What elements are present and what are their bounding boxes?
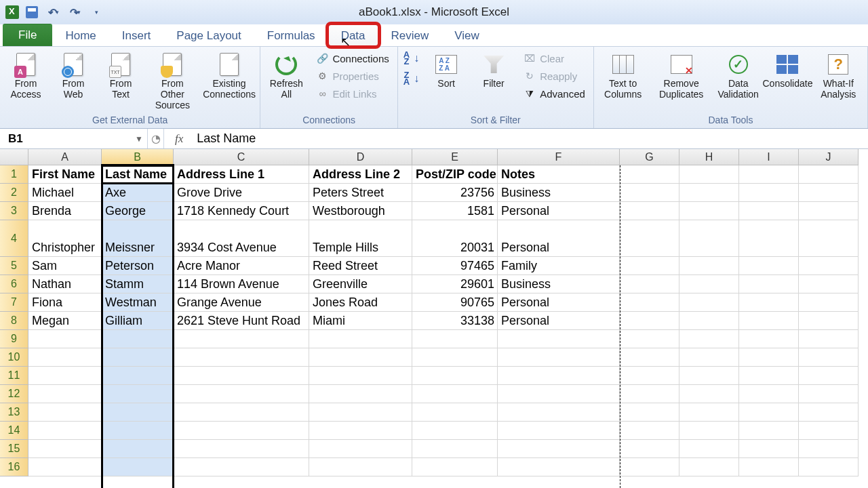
cell[interactable] (739, 422, 799, 440)
from-other-sources-button[interactable]: From Other Sources (146, 49, 199, 113)
cell[interactable] (620, 275, 679, 293)
cell[interactable] (102, 330, 174, 348)
cell[interactable]: Nathan (28, 275, 102, 293)
col-header-E[interactable]: E (412, 149, 498, 165)
cell[interactable] (739, 330, 799, 348)
cell[interactable] (799, 257, 859, 275)
cell[interactable] (739, 275, 799, 293)
row-header[interactable]: 13 (0, 403, 28, 422)
cell[interactable] (309, 385, 412, 403)
cell[interactable] (679, 330, 739, 348)
cell[interactable]: Brenda (28, 202, 102, 220)
tab-page-layout[interactable]: Page Layout (163, 24, 254, 46)
cell[interactable] (498, 458, 620, 476)
row-header[interactable]: 5 (0, 257, 28, 275)
cell[interactable] (412, 385, 498, 403)
row-header[interactable]: 14 (0, 422, 28, 440)
cell[interactable]: 114 Brown Avenue (174, 275, 309, 293)
cell[interactable] (102, 385, 174, 403)
cell[interactable] (679, 385, 739, 403)
refresh-all-button[interactable]: Refresh All (264, 49, 308, 102)
cell[interactable] (174, 458, 309, 476)
cell[interactable] (102, 367, 174, 385)
cell[interactable] (739, 458, 799, 476)
cell[interactable]: Temple Hills (309, 220, 412, 257)
col-header-H[interactable]: H (679, 149, 739, 165)
consolidate-button[interactable]: Consolidate (766, 49, 809, 92)
cell[interactable]: 3934 Cost Avenue (174, 220, 309, 257)
sort-asc-button[interactable]: AZ↓ (402, 49, 420, 67)
properties-button[interactable]: ⚙Properties (312, 67, 393, 85)
cell[interactable]: Miami (309, 312, 412, 330)
cell[interactable] (620, 312, 679, 330)
cell[interactable]: Christopher (28, 220, 102, 257)
cell[interactable] (412, 403, 498, 422)
cell[interactable] (739, 293, 799, 312)
cell[interactable]: Personal (498, 293, 620, 312)
tab-view[interactable]: View (441, 24, 492, 46)
cell[interactable] (412, 348, 498, 367)
formula-expand[interactable]: ◔ (148, 129, 164, 148)
cell[interactable] (799, 367, 859, 385)
col-header-B[interactable]: B (102, 149, 174, 165)
cell[interactable] (102, 403, 174, 422)
select-all-corner[interactable] (0, 149, 28, 165)
row-header[interactable]: 3 (0, 202, 28, 220)
cell[interactable]: Peters Street (309, 184, 412, 202)
cell[interactable] (28, 422, 102, 440)
cell[interactable] (28, 348, 102, 367)
col-header-F[interactable]: F (498, 149, 620, 165)
cell[interactable] (102, 348, 174, 367)
tab-data[interactable]: Data ↖ (328, 24, 378, 46)
cell[interactable] (679, 367, 739, 385)
cell[interactable]: 23756 (412, 184, 498, 202)
cell[interactable] (309, 422, 412, 440)
cell[interactable] (679, 202, 739, 220)
row-header[interactable]: 16 (0, 458, 28, 476)
cell[interactable] (309, 348, 412, 367)
cell[interactable] (739, 367, 799, 385)
cell[interactable] (679, 403, 739, 422)
cell[interactable]: Business (498, 184, 620, 202)
cell[interactable] (739, 385, 799, 403)
tab-review[interactable]: Review (378, 24, 442, 46)
cell[interactable] (102, 458, 174, 476)
cell[interactable] (620, 422, 679, 440)
advanced-button[interactable]: ⧩Advanced (519, 85, 589, 102)
cell[interactable] (620, 367, 679, 385)
cell[interactable] (102, 440, 174, 458)
cell[interactable] (412, 440, 498, 458)
row-header[interactable]: 1 (0, 165, 28, 184)
cell[interactable] (739, 184, 799, 202)
cell[interactable] (799, 312, 859, 330)
cell[interactable]: 29601 (412, 275, 498, 293)
cell[interactable]: Gilliam (102, 312, 174, 330)
cell[interactable]: First Name (28, 165, 102, 184)
cell[interactable]: Post/ZIP code (412, 165, 498, 184)
cell[interactable] (174, 422, 309, 440)
cell[interactable] (799, 275, 859, 293)
cell[interactable]: Personal (498, 220, 620, 257)
cell[interactable]: 1718 Kennedy Court (174, 202, 309, 220)
cell[interactable] (174, 385, 309, 403)
cell[interactable] (739, 257, 799, 275)
cell[interactable] (620, 184, 679, 202)
excel-icon[interactable] (5, 5, 19, 19)
col-header-C[interactable]: C (174, 149, 309, 165)
cell[interactable] (679, 275, 739, 293)
row-header[interactable]: 15 (0, 440, 28, 458)
cell[interactable]: Acre Manor (174, 257, 309, 275)
col-header-G[interactable]: G (620, 149, 679, 165)
cell[interactable] (620, 403, 679, 422)
cell[interactable]: Sam (28, 257, 102, 275)
cell[interactable]: Notes (498, 165, 620, 184)
cell[interactable]: Address Line 1 (174, 165, 309, 184)
cell[interactable] (799, 220, 859, 257)
cell[interactable] (309, 440, 412, 458)
cell[interactable] (412, 367, 498, 385)
cell[interactable] (412, 330, 498, 348)
cell[interactable] (739, 403, 799, 422)
cell[interactable] (620, 440, 679, 458)
col-header-D[interactable]: D (309, 149, 412, 165)
tab-formulas[interactable]: Formulas (254, 24, 328, 46)
